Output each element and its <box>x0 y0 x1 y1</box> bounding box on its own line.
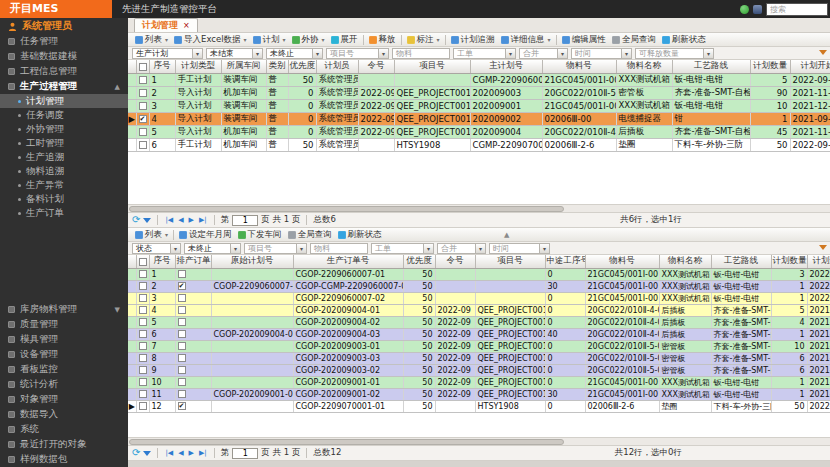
chevron-down-icon[interactable]: ▾ <box>505 48 516 59</box>
status-online-icon[interactable] <box>740 5 749 14</box>
sidebar-item-外协管理[interactable]: 外协管理 <box>0 122 128 136</box>
row-select-cell[interactable] <box>136 125 149 138</box>
row-select-checkbox[interactable] <box>139 89 147 97</box>
page-number-input[interactable] <box>232 215 258 226</box>
sidebar-item-质量管理[interactable]: 质量管理 <box>0 317 128 332</box>
select-all-checkbox[interactable] <box>139 258 147 266</box>
column-header-物料号[interactable]: 物料号 <box>585 255 659 268</box>
row-select-cell[interactable] <box>136 268 149 280</box>
toolbar-button-设定年月周[interactable]: 设定年月周 <box>176 228 235 241</box>
column-header-物料名称[interactable]: 物料名称 <box>616 60 672 73</box>
chevron-down-icon[interactable]: ▾ <box>621 48 632 59</box>
prod-order-checkbox[interactable]: ✔ <box>178 282 186 290</box>
refresh-icon[interactable]: ⟳ <box>132 448 140 458</box>
filter-value[interactable]: 合并 <box>519 48 557 59</box>
column-header-所属车间[interactable]: 所属车间 <box>221 60 266 73</box>
chevron-down-icon[interactable]: ▾ <box>165 231 168 238</box>
select-all-header[interactable] <box>136 255 149 268</box>
filter-value[interactable]: 未终止 <box>184 243 230 254</box>
toolbar-button-全局查询[interactable]: 全局查询 <box>609 33 659 46</box>
filter-value[interactable]: 物料 <box>392 48 450 59</box>
row-select-checkbox[interactable] <box>139 354 147 362</box>
page-number-input[interactable] <box>232 448 258 459</box>
prod-order-checkbox[interactable] <box>178 270 186 278</box>
row-select-checkbox[interactable] <box>139 270 147 278</box>
search-input[interactable] <box>766 3 828 16</box>
row-select-cell[interactable] <box>136 364 149 376</box>
table-row[interactable]: 9CGOP-202009003-02502022-09QEE_PROJECT00… <box>128 364 830 376</box>
row-select-cell[interactable] <box>136 292 149 304</box>
sidebar-item-模具管理[interactable]: 模具管理 <box>0 332 128 347</box>
chevron-down-icon[interactable]: ▾ <box>252 48 263 59</box>
row-select-cell[interactable] <box>136 352 149 364</box>
row-select-checkbox[interactable] <box>139 366 147 374</box>
filter-value[interactable]: 未结束 <box>206 48 252 59</box>
filter-value[interactable]: 生产计划 <box>132 48 192 59</box>
column-header-工艺路线[interactable]: 工艺路线 <box>672 60 750 73</box>
row-select-cell[interactable] <box>136 304 149 316</box>
select-all-checkbox[interactable] <box>139 63 147 71</box>
prod-order-cell[interactable] <box>175 304 211 316</box>
row-select-checkbox[interactable] <box>139 390 147 398</box>
row-select-cell[interactable] <box>136 316 149 328</box>
chevron-down-icon[interactable]: ▾ <box>230 243 241 254</box>
column-header-类别[interactable]: 类别 <box>266 60 288 73</box>
table-row[interactable]: 10CGOP-202009001-01502022-09QEE_PROJECT0… <box>128 376 830 388</box>
collapse-panel-icon[interactable]: ▲ <box>504 231 509 239</box>
prod-order-checkbox[interactable] <box>178 318 186 326</box>
row-select-cell[interactable] <box>136 400 149 412</box>
toolbar-button-全局查询[interactable]: 全局查询 <box>285 228 335 241</box>
row-select-cell[interactable]: ✔ <box>136 112 149 125</box>
row-select-cell[interactable] <box>136 328 149 340</box>
sidebar-item-库房物料管理[interactable]: 库房物料管理▼ <box>0 302 128 317</box>
toolbar-button-计划[interactable]: 计划▾ <box>250 33 289 46</box>
table-row[interactable]: 6CGOP-202009004-02CGOP-202009004-0350202… <box>128 328 830 340</box>
column-header-生产订单号[interactable]: 生产订单号 <box>293 255 403 268</box>
row-select-cell[interactable] <box>136 376 149 388</box>
row-select-checkbox[interactable] <box>139 76 147 84</box>
filter-value[interactable]: 物料 <box>310 243 368 254</box>
row-select-cell[interactable] <box>136 73 149 86</box>
prod-order-checkbox[interactable]: ✔ <box>178 402 186 410</box>
filter-value[interactable]: 未终止 <box>266 48 312 59</box>
column-header-项目号[interactable]: 项目号 <box>394 60 470 73</box>
column-header-优先度[interactable]: 优先度 <box>288 60 316 73</box>
column-header-主计划号[interactable]: 主计划号 <box>470 60 542 73</box>
column-header-计划数量[interactable]: 计划数量 <box>750 60 790 73</box>
toolbar-button-释放[interactable]: 释放 <box>366 33 399 46</box>
chevron-down-icon[interactable]: ▾ <box>165 36 168 43</box>
toolbar-button-导入Excel数据[interactable]: 导入Excel数据▾ <box>171 33 250 46</box>
toolbar-button-下发车间[interactable]: 下发车间 <box>235 228 285 241</box>
prod-order-checkbox[interactable] <box>178 354 186 362</box>
chevron-down-icon[interactable]: ▾ <box>322 36 325 43</box>
table-row[interactable]: 3CGOP-2209060007-0250021GC045/001I-00XXX… <box>128 292 830 304</box>
column-header-计划开始时间[interactable]: 计划开始时间 <box>807 255 830 268</box>
row-select-checkbox[interactable] <box>139 342 147 350</box>
order-grid-hscroll-thumb[interactable] <box>129 439 564 445</box>
column-header-计划类型[interactable]: 计划类型 <box>175 60 221 73</box>
prod-order-checkbox[interactable] <box>178 390 186 398</box>
prod-order-checkbox[interactable] <box>178 306 186 314</box>
row-select-cell[interactable] <box>136 138 149 151</box>
sidebar-item-基础数据建模[interactable]: 基础数据建模 <box>0 49 128 64</box>
row-select-cell[interactable] <box>136 280 149 292</box>
chevron-down-icon[interactable]: ▾ <box>703 48 714 59</box>
table-row[interactable]: 2✔CGOP-2209060007-02CGOP-CGMP-2209060007… <box>128 280 830 292</box>
prod-order-cell[interactable] <box>175 292 211 304</box>
chevron-down-icon[interactable]: ▾ <box>312 48 323 59</box>
row-select-checkbox[interactable] <box>139 378 147 386</box>
filter-value[interactable]: 工单 <box>371 243 423 254</box>
prod-order-checkbox[interactable] <box>178 366 186 374</box>
row-select-checkbox[interactable] <box>139 294 147 302</box>
sidebar-item-统计分析[interactable]: 统计分析 <box>0 377 128 392</box>
filter-value[interactable]: 项目号 <box>244 243 296 254</box>
table-row[interactable]: 7CGOP-202009003-01502022-09QEE_PROJECT00… <box>128 340 830 352</box>
table-row[interactable]: 1CGOP-2209060007-0150021GC045/001I-00XXX… <box>128 268 830 280</box>
row-select-checkbox[interactable] <box>139 306 147 314</box>
chevron-down-icon[interactable]: ▾ <box>437 36 440 43</box>
table-row[interactable]: 2导入计划机加车间普0系统管理员2022-09QEE_PROJECT001202… <box>128 86 830 99</box>
chevron-down-icon[interactable]: ▾ <box>244 36 247 43</box>
column-header-序号[interactable]: 序号 <box>149 255 175 268</box>
sidebar-item-生产异常[interactable]: 生产异常 <box>0 178 128 192</box>
chevron-down-icon[interactable]: ▾ <box>170 243 181 254</box>
